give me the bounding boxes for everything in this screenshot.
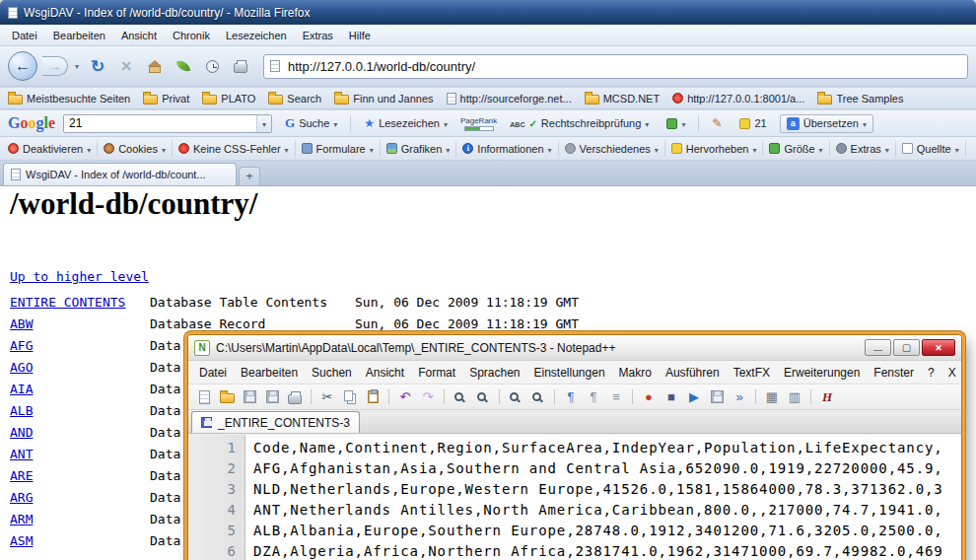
google-search-dropdown[interactable] — [256, 115, 271, 132]
stop-button[interactable]: ✕ — [114, 54, 138, 78]
np-menu-item-erweiterungen[interactable]: Erweiterungen — [777, 363, 867, 383]
webdev-extras[interactable]: Extras — [830, 141, 896, 157]
webdev-grafiken[interactable]: Grafiken — [381, 141, 457, 157]
url-input[interactable] — [286, 58, 961, 75]
zoom-in-icon[interactable] — [506, 387, 525, 407]
forward-button[interactable]: → — [42, 56, 68, 76]
view-in-browser-icon[interactable]: H — [817, 387, 837, 407]
listing-link-arg[interactable]: ARG — [10, 490, 150, 505]
firefox-titlebar[interactable]: WsgiDAV - Index of /world-db/country/ - … — [0, 0, 976, 25]
webdev-keine-css-fehler[interactable]: Keine CSS-Fehler — [173, 141, 296, 157]
editor-area[interactable]: 123456 Code,Name,Continent,Region,Surfac… — [188, 435, 961, 560]
webdev-informationen[interactable]: Informationen — [456, 141, 558, 157]
cut-icon[interactable]: ✂ — [317, 387, 337, 407]
translate-button[interactable]: Übersetzen — [780, 114, 873, 133]
editor-text[interactable]: Code,Name,Continent,Region,SurfaceArea,I… — [245, 435, 961, 560]
np-menu-item-item[interactable]: ? — [921, 363, 941, 383]
find-icon[interactable] — [451, 387, 470, 407]
bookmark-http-sourceforge-net[interactable]: http://sourceforge.net... — [447, 93, 572, 105]
listing-link-are[interactable]: ARE — [10, 468, 150, 483]
np-menu-item-makro[interactable]: Makro — [612, 363, 659, 383]
listing-link-arm[interactable]: ARM — [10, 512, 150, 526]
menu-item-ansicht[interactable]: Ansicht — [113, 27, 165, 44]
edit-button[interactable] — [707, 114, 727, 132]
listing-link-entire-contents[interactable]: ENTIRE CONTENTS — [10, 295, 150, 310]
webdev-quellte[interactable]: Quellte — [896, 141, 966, 157]
np-menu-item-textfx[interactable]: TextFX — [727, 363, 777, 383]
url-bar[interactable] — [263, 54, 968, 79]
bookmark-mcsd-net[interactable]: MCSD.NET — [585, 92, 660, 105]
bookmark-meistbesuchte-seiten[interactable]: Meistbesuchte Seiten — [8, 92, 130, 105]
bookmark-tree-samples[interactable]: Tree Samples — [817, 92, 903, 105]
webdev-verschiedenes[interactable]: Verschiedenes — [559, 141, 665, 157]
np-menu-item-datei[interactable]: Datei — [192, 363, 234, 383]
new-tab-button[interactable]: + — [239, 167, 260, 185]
menu-item-bearbeiten[interactable]: Bearbeiten — [45, 27, 113, 44]
bookmark-plato[interactable]: PLATO — [202, 92, 255, 105]
run-macro-multiple-icon[interactable]: » — [730, 387, 749, 407]
save-macro-icon[interactable] — [707, 387, 727, 407]
back-button[interactable]: ← — [8, 51, 37, 81]
google-search-button[interactable]: G Suche — [280, 113, 342, 133]
history-button[interactable] — [200, 54, 224, 78]
listing-link-alb[interactable]: ALB — [10, 403, 150, 418]
record-macro-icon[interactable]: ● — [639, 387, 659, 407]
webdev-gr-e[interactable]: Größe — [763, 141, 829, 157]
open-folder-icon[interactable] — [217, 387, 237, 407]
home-button[interactable] — [143, 54, 167, 78]
listing-link-ago[interactable]: AGO — [10, 360, 150, 375]
listing-link-and[interactable]: AND — [10, 425, 150, 440]
webdev-formulare[interactable]: Formulare — [296, 141, 381, 157]
menu-item-chronik[interactable]: Chronik — [165, 27, 218, 44]
bookmark-privat[interactable]: Privat — [143, 92, 189, 105]
word-wrap-icon[interactable]: ¶ — [561, 387, 581, 407]
menu-item-extras[interactable]: Extras — [295, 27, 341, 44]
np-menu-item-format[interactable]: Format — [411, 363, 462, 383]
zoom-out-icon[interactable] — [528, 387, 548, 407]
webdev-hervorheben[interactable]: Hervorheben — [665, 141, 764, 157]
autofill-button[interactable] — [662, 115, 690, 131]
webdev-deaktivieren[interactable]: Deaktivieren — [2, 141, 98, 157]
paste-icon[interactable] — [363, 387, 383, 407]
np-menu-item-suchen[interactable]: Suchen — [305, 363, 359, 383]
listing-link-asm[interactable]: ASM — [10, 533, 150, 548]
np-menu-item-einstellungen[interactable]: Einstellungen — [527, 363, 612, 383]
up-to-higher-level-link[interactable]: Up to higher level — [10, 269, 149, 284]
stop-macro-icon[interactable]: ■ — [662, 387, 681, 407]
listing-link-afg[interactable]: AFG — [10, 338, 150, 353]
np-menu-item-x[interactable]: X — [941, 363, 961, 383]
close-button[interactable] — [922, 339, 955, 356]
np-menu-item-ausf-hren[interactable]: Ausführen — [659, 363, 727, 383]
np-menu-item-sprachen[interactable]: Sprachen — [462, 363, 526, 383]
undo-icon[interactable]: ↶ — [395, 387, 415, 407]
save-icon[interactable] — [240, 387, 259, 407]
redo-icon[interactable]: ↷ — [418, 387, 438, 407]
show-all-chars-icon[interactable]: ¶ — [584, 387, 603, 407]
menu-item-lesezeichen[interactable]: Lesezeichen — [218, 27, 295, 44]
google-search-box[interactable] — [63, 114, 272, 133]
google-bookmarks-button[interactable]: Lesezeichen — [359, 114, 453, 132]
print-icon[interactable] — [285, 387, 305, 407]
save-all-icon[interactable] — [262, 387, 282, 407]
np-menu-item-fenster[interactable]: Fenster — [867, 363, 921, 383]
np-menu-item-bearbeiten[interactable]: Bearbeiten — [234, 363, 305, 383]
maximize-button[interactable] — [893, 339, 920, 356]
reload-button[interactable]: ↻ — [86, 54, 109, 78]
bookmark-finn-und-jannes[interactable]: Finn und Jannes — [334, 92, 433, 105]
copy-icon[interactable] — [340, 387, 360, 407]
notepad-titlebar[interactable]: C:\Users\Martin\AppData\Local\Temp\_ENTI… — [188, 335, 961, 361]
document-map-icon[interactable]: ▥ — [785, 387, 804, 407]
bookmark-http-127-0-0-1-8001-a[interactable]: http://127.0.0.1:8001/a... — [672, 93, 804, 105]
replace-icon[interactable] — [473, 387, 493, 407]
listing-link-ant[interactable]: ANT — [10, 447, 150, 461]
tab-wsgidav[interactable]: WsgiDAV - Index of /world-db/count... — [3, 163, 237, 185]
pagerank-widget[interactable]: PageRank — [460, 116, 497, 131]
highlight-counter[interactable]: 21 — [734, 115, 771, 131]
webdev-cookies[interactable]: Cookies — [98, 141, 173, 157]
menu-item-datei[interactable]: Datei — [4, 27, 45, 44]
bookmark-search[interactable]: Search — [268, 92, 321, 105]
google-search-input[interactable] — [64, 116, 256, 130]
new-file-icon[interactable] — [194, 387, 214, 407]
listing-link-aia[interactable]: AIA — [10, 382, 150, 396]
document-tab[interactable]: _ENTIRE_CONTENTS-3 — [191, 411, 360, 433]
